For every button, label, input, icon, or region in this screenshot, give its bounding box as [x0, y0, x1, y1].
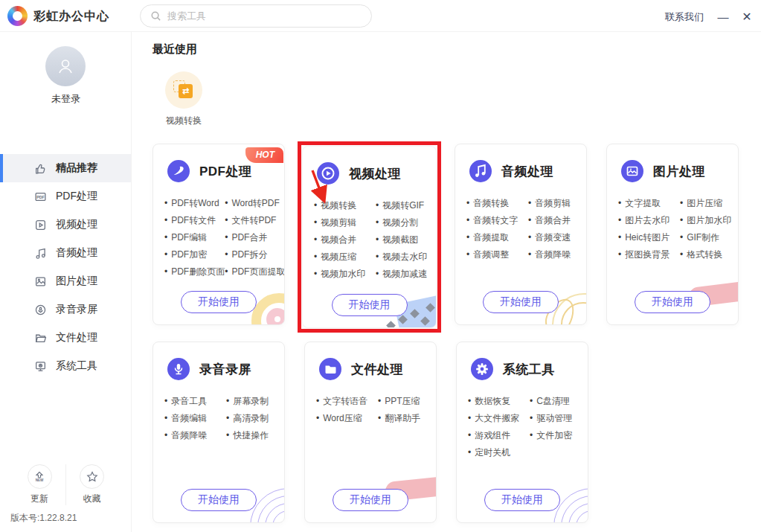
feature-item[interactable]: Word压缩: [316, 410, 378, 427]
feature-item[interactable]: 图片加水印: [680, 212, 731, 229]
feature-item[interactable]: 音频合并: [528, 212, 571, 229]
feature-item[interactable]: PDF编辑: [164, 229, 225, 246]
feature-item[interactable]: 驱动管理: [530, 410, 572, 427]
music-note-icon: [33, 246, 47, 260]
sidebar-item-system[interactable]: 系统工具: [0, 352, 131, 380]
svg-text:NEW: NEW: [36, 478, 44, 481]
feature-item[interactable]: 数据恢复: [468, 393, 530, 410]
feature-item[interactable]: 音频剪辑: [528, 195, 571, 212]
feature-item[interactable]: 快捷操作: [226, 427, 269, 444]
feature-item[interactable]: PPT压缩: [378, 393, 420, 410]
feature-item[interactable]: 视频剪辑: [314, 214, 376, 231]
decoration-rings: [266, 308, 285, 325]
favorites-button[interactable]: 收藏: [65, 464, 118, 505]
gear-circle-icon: [471, 358, 493, 380]
start-using-button[interactable]: 开始使用: [333, 489, 408, 511]
feature-item[interactable]: GIF制作: [680, 229, 731, 246]
contact-us-link[interactable]: 联系我们: [665, 10, 704, 24]
sidebar-item-audio[interactable]: 音频处理: [0, 239, 131, 267]
feature-item[interactable]: 音频调整: [466, 246, 528, 263]
feature-item[interactable]: 高清录制: [226, 410, 269, 427]
avatar[interactable]: [45, 46, 86, 86]
feature-item[interactable]: 文件加密: [530, 427, 572, 444]
search-input[interactable]: [167, 10, 362, 22]
sidebar-item-pdf[interactable]: PDF PDF处理: [0, 182, 131, 211]
feature-item[interactable]: 视频合并: [314, 231, 376, 249]
feature-column: 文字提取图片去水印Heic转图片抠图换背景: [618, 195, 680, 263]
feature-item[interactable]: 游戏组件: [468, 427, 530, 444]
app-logo-icon: [7, 6, 28, 26]
feature-item[interactable]: Heic转图片: [618, 229, 680, 246]
search-icon: [150, 10, 161, 22]
feature-item[interactable]: 翻译助手: [378, 410, 420, 427]
recent-item-video-convert[interactable]: ⇄ 视频转换: [161, 71, 206, 127]
sidebar-item-record[interactable]: 录音录屏: [0, 295, 131, 324]
feature-item[interactable]: PDF加密: [164, 246, 225, 263]
feature-item[interactable]: 音频降噪: [164, 427, 226, 444]
close-button[interactable]: ✕: [737, 7, 757, 26]
feature-item[interactable]: 屏幕录制: [226, 393, 269, 410]
feature-item[interactable]: 图片去水印: [618, 212, 680, 229]
search-box[interactable]: [140, 4, 372, 28]
feature-item[interactable]: 视频加减速: [376, 266, 427, 283]
start-using-button[interactable]: 开始使用: [483, 291, 559, 313]
feature-item[interactable]: PDF删除页面: [164, 263, 225, 281]
start-using-button[interactable]: 开始使用: [181, 489, 257, 511]
feature-column: 视频转换视频剪辑视频合并视频压缩视频加水印: [314, 197, 376, 283]
start-using-button[interactable]: 开始使用: [635, 291, 710, 313]
decoration-branch: [561, 302, 587, 325]
feature-item[interactable]: 视频分割: [376, 214, 427, 231]
feature-item[interactable]: 音频转文字: [466, 212, 528, 229]
feature-item[interactable]: 音频提取: [466, 229, 528, 246]
feature-item[interactable]: 文字转语音: [316, 393, 378, 410]
feature-item[interactable]: 音频编辑: [164, 410, 226, 427]
image-circle-icon: [621, 160, 643, 182]
sidebar-menu: 精品推荐 PDF PDF处理 视频处理: [0, 154, 131, 380]
sidebar-item-label: 图片处理: [56, 275, 97, 288]
decoration-arcs: [250, 488, 285, 523]
feature-item[interactable]: 音频降噪: [528, 246, 571, 263]
start-using-button[interactable]: 开始使用: [332, 294, 408, 316]
feature-item[interactable]: 音频变速: [528, 229, 571, 246]
feature-item[interactable]: 视频加水印: [314, 266, 376, 283]
feature-item[interactable]: PDF转文件: [164, 212, 225, 229]
feature-column: PDF转WordPDF转文件PDF编辑PDF加密PDF删除页面: [164, 195, 225, 281]
feature-item[interactable]: 文件转PDF: [225, 212, 285, 229]
sidebar-item-video[interactable]: 视频处理: [0, 211, 131, 239]
login-status: 未登录: [0, 92, 132, 106]
feature-item[interactable]: 图片压缩: [680, 195, 731, 212]
update-button[interactable]: NEW 更新: [13, 464, 65, 505]
feature-item[interactable]: 视频去水印: [376, 249, 427, 266]
feature-item[interactable]: 大文件搬家: [468, 410, 530, 427]
feature-item[interactable]: 抠图换背景: [618, 246, 680, 263]
feature-column: Word转PDF文件转PDFPDF合并PDF拆分PDF页面提取: [225, 195, 285, 281]
feature-item[interactable]: Word转PDF: [225, 195, 285, 212]
feature-item[interactable]: 格式转换: [680, 246, 731, 263]
sidebar-item-featured[interactable]: 精品推荐: [0, 154, 131, 182]
sidebar-item-label: 音频处理: [56, 246, 97, 260]
feature-item[interactable]: PDF页面提取: [225, 263, 285, 281]
feature-item[interactable]: 音频转换: [466, 195, 528, 212]
feature-column: PPT压缩翻译助手: [378, 393, 420, 427]
feature-item[interactable]: PDF拆分: [225, 246, 285, 263]
feature-item[interactable]: C盘清理: [530, 393, 572, 410]
feature-item[interactable]: 视频转GIF: [376, 197, 427, 214]
feature-item[interactable]: PDF合并: [225, 229, 285, 246]
card-title: 系统工具: [503, 361, 555, 378]
feature-item[interactable]: 文字提取: [618, 195, 680, 212]
minimize-button[interactable]: —: [713, 7, 733, 26]
feature-item[interactable]: PDF转Word: [164, 195, 225, 212]
start-using-button[interactable]: 开始使用: [484, 489, 560, 511]
feature-column: 录音工具音频编辑音频降噪: [164, 393, 226, 444]
sidebar-item-image[interactable]: 图片处理: [0, 267, 131, 295]
sidebar-item-file[interactable]: 文件处理: [0, 324, 131, 352]
decoration-arcs: [272, 510, 285, 523]
feature-item[interactable]: 视频截图: [376, 231, 427, 249]
decoration-arcs: [561, 496, 588, 523]
card-system: 系统工具 数据恢复大文件搬家游戏组件定时关机 C盘清理驱动管理文件加密 开始使用: [456, 342, 588, 523]
start-using-button[interactable]: 开始使用: [181, 291, 257, 313]
feature-item[interactable]: 定时关机: [468, 444, 530, 461]
feature-item[interactable]: 视频压缩: [314, 249, 376, 266]
feature-item[interactable]: 录音工具: [164, 393, 226, 410]
decoration-arcs: [257, 496, 285, 523]
